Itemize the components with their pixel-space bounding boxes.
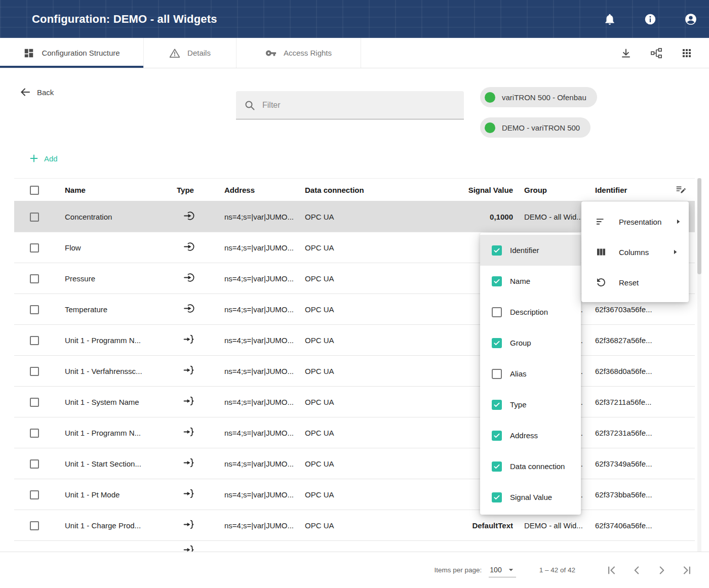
tab-configuration-structure[interactable]: Configuration Structure: [0, 38, 144, 68]
prev-page-icon[interactable]: [630, 564, 643, 577]
table-row[interactable]: [14, 541, 695, 552]
caret-down-icon: [506, 565, 516, 575]
content: Back variTRON 500 - Ofenbau DEMO - variT…: [0, 68, 709, 588]
cell-address: ns=4;s=|var|JUMO...: [224, 213, 305, 221]
device-chip-varitron-500-ofenbau[interactable]: variTRON 500 - Ofenbau: [480, 87, 597, 107]
text-input-icon: [183, 395, 196, 407]
column-option-identifier[interactable]: Identifier: [480, 235, 581, 266]
app-window: Configuration: DEMO - all Widgets Config…: [0, 0, 709, 588]
tab-details[interactable]: Details: [144, 38, 237, 68]
cell-name: Concentration: [65, 213, 177, 221]
option-checkbox[interactable]: [492, 276, 502, 286]
cell-address: ns=4;s=|var|JUMO...: [224, 398, 305, 406]
row-checkbox[interactable]: [30, 521, 39, 530]
account-icon[interactable]: [684, 13, 697, 26]
menu-item-presentation[interactable]: Presentation: [581, 206, 689, 237]
table-row[interactable]: Unit 1 - Start Section... ns=4;s=|var|JU…: [14, 448, 695, 479]
option-checkbox[interactable]: [492, 369, 502, 379]
option-checkbox[interactable]: [492, 431, 502, 441]
cell-identifier: 62f368d0a56fe...: [595, 367, 670, 375]
add-button[interactable]: Add: [28, 153, 58, 164]
warning-icon: [169, 48, 180, 59]
cell-group: DEMO - all Wid...: [513, 521, 595, 530]
cell-data-connection: OPC UA: [305, 305, 465, 314]
edit-columns-icon[interactable]: [675, 184, 686, 195]
cell-address: ns=4;s=|var|JUMO...: [224, 336, 305, 345]
tab-bar: Configuration Structure Details Access R…: [0, 38, 709, 68]
tab-list: Configuration Structure Details Access R…: [0, 38, 361, 68]
first-page-icon[interactable]: [605, 564, 618, 577]
cell-address: ns=4;s=|var|JUMO...: [224, 429, 305, 437]
row-checkbox[interactable]: [30, 490, 39, 499]
table-row[interactable]: Unit 1 - Programm N... ns=4;s=|var|JUMO.…: [14, 417, 695, 448]
column-option-type[interactable]: Type: [480, 389, 581, 420]
row-checkbox[interactable]: [30, 398, 39, 407]
filter-input[interactable]: [262, 101, 456, 110]
tree-icon[interactable]: [650, 47, 662, 59]
table-row[interactable]: Unit 1 - System Name ns=4;s=|var|JUMO...…: [14, 387, 695, 417]
device-chips: variTRON 500 - Ofenbau DEMO - variTRON 5…: [480, 87, 597, 138]
row-checkbox[interactable]: [30, 243, 39, 253]
cell-data-connection: OPC UA: [305, 490, 465, 499]
status-green-dot: [485, 122, 495, 133]
device-chip-demo-varitron-500[interactable]: DEMO - variTRON 500: [480, 117, 590, 138]
row-checkbox[interactable]: [30, 274, 39, 283]
option-checkbox[interactable]: [492, 307, 502, 317]
scrollbar-thumb[interactable]: [697, 178, 701, 274]
info-icon[interactable]: [644, 13, 657, 26]
submenu-arrow-icon: [670, 247, 680, 257]
menu-item-reset[interactable]: Reset: [581, 267, 689, 298]
header-actions: [603, 13, 697, 26]
cell-address: ns=4;s=|var|JUMO...: [224, 459, 305, 468]
status-green-dot: [485, 92, 495, 103]
menu-item-columns[interactable]: Columns: [581, 237, 689, 267]
column-option-address[interactable]: Address: [480, 420, 581, 451]
cell-data-connection: OPC UA: [305, 367, 465, 375]
select-all-checkbox[interactable]: [30, 186, 39, 195]
filter-field[interactable]: [236, 91, 464, 119]
column-option-alias[interactable]: Alias: [480, 358, 581, 389]
option-checkbox[interactable]: [492, 492, 502, 502]
tab-access-rights[interactable]: Access Rights: [237, 38, 361, 68]
column-option-group[interactable]: Group: [480, 327, 581, 358]
items-per-page-select[interactable]: 100: [489, 563, 516, 577]
analog-input-icon: [183, 271, 196, 284]
key-icon: [265, 48, 277, 59]
cell-data-connection: OPC UA: [305, 429, 465, 437]
back-button[interactable]: Back: [19, 86, 54, 98]
row-checkbox[interactable]: [30, 305, 39, 314]
table-row[interactable]: Unit 1 - Charge Prod... ns=4;s=|var|JUMO…: [14, 510, 695, 541]
row-checkbox[interactable]: [30, 429, 39, 438]
column-option-name[interactable]: Name: [480, 266, 581, 297]
apps-icon[interactable]: [681, 47, 693, 59]
cell-name: Unit 1 - Charge Prod...: [65, 521, 177, 530]
bell-icon[interactable]: [603, 13, 616, 26]
download-icon[interactable]: [620, 47, 632, 59]
column-option-data-connection[interactable]: Data connection: [480, 451, 581, 482]
next-page-icon[interactable]: [655, 564, 668, 577]
text-input-icon: [183, 333, 196, 346]
cell-identifier: 62f36827a56fe...: [595, 336, 670, 345]
table-row[interactable]: Unit 1 - Verfahrenssc... ns=4;s=|var|JUM…: [14, 356, 695, 387]
option-checkbox[interactable]: [492, 338, 502, 348]
column-option-description[interactable]: Description: [480, 297, 581, 327]
option-checkbox[interactable]: [492, 400, 502, 410]
page-title: Configuration: DEMO - all Widgets: [32, 13, 217, 26]
column-option-signal-value[interactable]: Signal Value: [480, 482, 581, 513]
table-scrollbar[interactable]: [697, 178, 701, 552]
row-checkbox[interactable]: [30, 336, 39, 345]
cell-identifier: 62f36703a56fe...: [595, 305, 670, 314]
table-row[interactable]: Unit 1 - Programm N... ns=4;s=|var|JUMO.…: [14, 325, 695, 356]
pager-controls: [605, 564, 694, 577]
text-input-icon: [183, 426, 196, 438]
last-page-icon[interactable]: [681, 564, 694, 577]
row-checkbox[interactable]: [30, 367, 39, 376]
cell-data-connection: OPC UA: [305, 274, 465, 283]
table-row[interactable]: Unit 1 - Pt Mode ns=4;s=|var|JUMO... OPC…: [14, 479, 695, 510]
text-input-icon: [183, 518, 196, 531]
option-checkbox[interactable]: [492, 461, 502, 472]
cell-name: Unit 1 - Verfahrenssc...: [65, 367, 177, 375]
row-checkbox[interactable]: [30, 459, 39, 469]
row-checkbox[interactable]: [30, 213, 39, 222]
option-checkbox[interactable]: [492, 245, 502, 256]
